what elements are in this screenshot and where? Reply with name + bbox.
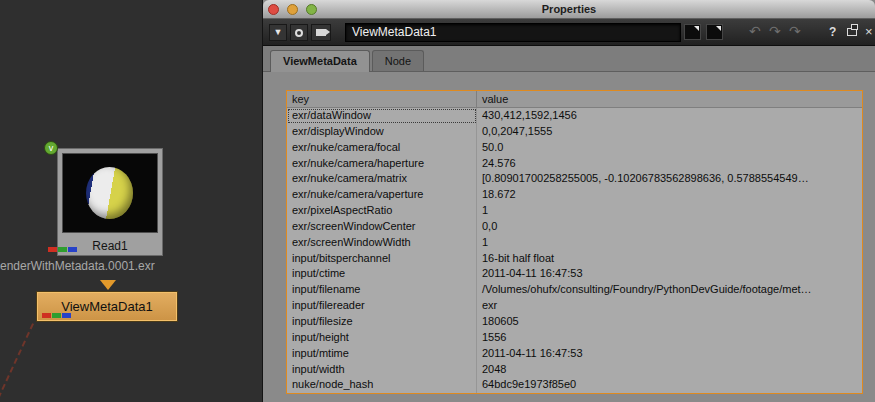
table-row[interactable]: input/height1556 — [287, 330, 862, 346]
table-row[interactable]: exr/nuke/camera/vaperture18.672 — [287, 187, 862, 203]
meta-value-cell[interactable]: [0.80901700258255005, -0.102067835628986… — [477, 171, 862, 187]
meta-key-cell[interactable]: exr/nuke/camera/vaperture — [287, 187, 477, 203]
meta-key-cell[interactable]: input/mtime — [287, 346, 477, 362]
node-name-field[interactable]: ViewMetaData1 — [345, 23, 681, 42]
meta-value-cell[interactable]: exr — [477, 298, 862, 314]
tab-bar: ViewMetaData Node — [263, 46, 875, 72]
close-panel-button[interactable]: × — [865, 24, 873, 39]
swatch-corner-icon — [716, 26, 721, 31]
table-row[interactable]: exr/nuke/camera/focal50.0 — [287, 140, 862, 156]
table-row[interactable]: exr/nuke/camera/haperture24.576 — [287, 156, 862, 172]
viewmetadata-node-channel-strip — [42, 313, 71, 318]
meta-value-cell[interactable]: 64bdc9e1973f85e0 — [477, 377, 862, 393]
window-titlebar[interactable]: Properties — [263, 0, 875, 19]
table-row[interactable]: input/bitsperchannel16-bit half float — [287, 251, 862, 267]
meta-key-cell[interactable]: input/height — [287, 330, 477, 346]
close-window-button[interactable] — [268, 4, 279, 15]
panel-content: key value exr/dataWindow430,412,1592,145… — [263, 72, 875, 402]
redo-icon[interactable]: ↷ — [769, 23, 781, 39]
table-header-row: key value — [287, 91, 862, 108]
meta-value-cell[interactable]: 0,0,2047,1555 — [477, 124, 862, 140]
meta-value-cell[interactable]: /Volumes/ohufx/consulting/Foundry/Python… — [477, 282, 862, 298]
meta-key-cell[interactable]: nuke/node_hash — [287, 377, 477, 393]
meta-key-cell[interactable]: exr/nuke/camera/haperture — [287, 156, 477, 172]
node-graph[interactable]: Read1 v enderWithMetadata.0001.exr ViewM… — [0, 0, 263, 402]
meta-key-cell[interactable]: input/filename — [287, 282, 477, 298]
table-row[interactable]: input/mtime2011-04-11 16:47:53 — [287, 346, 862, 362]
zoom-window-button[interactable] — [306, 4, 317, 15]
meta-value-cell[interactable]: 1556 — [477, 330, 862, 346]
float-panel-icon[interactable] — [847, 28, 857, 36]
metadata-table-body: exr/dataWindow430,412,1592,1456exr/displ… — [287, 108, 862, 393]
meta-key-cell[interactable]: exr/screenWindowCenter — [287, 219, 477, 235]
green-channel-icon — [58, 247, 67, 252]
meta-key-cell[interactable]: input/filesize — [287, 314, 477, 330]
tab-viewmetadata[interactable]: ViewMetaData — [270, 50, 370, 72]
table-row[interactable]: exr/screenWindowCenter0,0 — [287, 219, 862, 235]
meta-value-cell[interactable]: 180605 — [477, 314, 862, 330]
meta-key-cell[interactable]: input/width — [287, 362, 477, 378]
table-row[interactable]: input/ctime2011-04-11 16:47:53 — [287, 266, 862, 282]
metadata-table: key value exr/dataWindow430,412,1592,145… — [286, 90, 863, 394]
red-channel-icon — [48, 247, 57, 252]
meta-value-cell[interactable]: 1 — [477, 235, 862, 251]
table-row[interactable]: input/width2048 — [287, 362, 862, 378]
traffic-lights — [268, 4, 317, 15]
read-node-thumbnail — [62, 153, 158, 233]
table-row[interactable]: exr/pixelAspectRatio1 — [287, 203, 862, 219]
minimize-window-button[interactable] — [287, 4, 298, 15]
node-color-swatch[interactable] — [684, 24, 701, 40]
help-button[interactable]: ? — [829, 25, 836, 39]
meta-key-cell[interactable]: exr/nuke/camera/matrix — [287, 171, 477, 187]
undo-icon[interactable]: ↶ — [749, 23, 761, 39]
properties-window: Properties ▼ ViewMetaData1 ↶ ↷ ↷ ? — [262, 0, 875, 402]
panel-menu-button[interactable]: ▼ — [269, 24, 287, 41]
meta-value-cell[interactable]: 50.0 — [477, 140, 862, 156]
blue-channel-icon — [68, 247, 77, 252]
table-row[interactable]: exr/nuke/camera/matrix[0.809017002582550… — [287, 171, 862, 187]
table-row[interactable]: input/filereaderexr — [287, 298, 862, 314]
column-header-key[interactable]: key — [287, 91, 477, 107]
meta-key-cell[interactable]: input/bitsperchannel — [287, 251, 477, 267]
panel-header: ▼ ViewMetaData1 ↶ ↷ ↷ ? × — [263, 19, 875, 46]
meta-value-cell[interactable]: 2048 — [477, 362, 862, 378]
thumbnail-ball-image — [86, 167, 133, 219]
meta-key-cell[interactable]: exr/nuke/camera/focal — [287, 140, 477, 156]
dashed-connection-line — [0, 323, 34, 402]
nuke-app: Read1 v enderWithMetadata.0001.exr ViewM… — [0, 0, 875, 402]
green-channel-icon — [52, 313, 61, 318]
meta-value-cell[interactable]: 0,0 — [477, 219, 862, 235]
center-node-button[interactable] — [311, 24, 331, 41]
meta-value-cell[interactable]: 16-bit half float — [477, 251, 862, 267]
meta-value-cell[interactable]: 18.672 — [477, 187, 862, 203]
meta-value-cell[interactable]: 430,412,1592,1456 — [477, 108, 862, 124]
table-row[interactable]: input/filesize180605 — [287, 314, 862, 330]
meta-key-cell[interactable]: exr/pixelAspectRatio — [287, 203, 477, 219]
meta-value-cell[interactable]: 1 — [477, 203, 862, 219]
tab-node[interactable]: Node — [372, 50, 424, 71]
meta-value-cell[interactable]: 2011-04-11 16:47:53 — [477, 266, 862, 282]
table-row[interactable]: exr/dataWindow430,412,1592,1456 — [287, 108, 862, 124]
node-indicator-button[interactable] — [290, 24, 308, 41]
viewmetadata-node-label: ViewMetaData1 — [61, 299, 153, 314]
camera-icon — [316, 29, 326, 36]
swatch-corner-icon — [694, 26, 699, 31]
read-node-channel-strip — [48, 247, 77, 252]
column-header-value[interactable]: value — [477, 91, 862, 107]
table-row[interactable]: exr/screenWindowWidth1 — [287, 235, 862, 251]
table-row[interactable]: exr/displayWindow0,0,2047,1555 — [287, 124, 862, 140]
float-panel-inner-icon — [851, 24, 858, 30]
table-row[interactable]: nuke/node_hash64bdc9e1973f85e0 — [287, 377, 862, 393]
read-node[interactable]: Read1 — [57, 148, 163, 256]
table-row[interactable]: input/filename/Volumes/ohufx/consulting/… — [287, 282, 862, 298]
meta-key-cell[interactable]: exr/displayWindow — [287, 124, 477, 140]
pipe-arrow[interactable] — [100, 280, 116, 290]
gl-color-swatch[interactable] — [706, 24, 723, 40]
meta-key-cell[interactable]: exr/dataWindow — [287, 108, 477, 124]
meta-key-cell[interactable]: input/filereader — [287, 298, 477, 314]
meta-value-cell[interactable]: 24.576 — [477, 156, 862, 172]
meta-value-cell[interactable]: 2011-04-11 16:47:53 — [477, 346, 862, 362]
meta-key-cell[interactable]: exr/screenWindowWidth — [287, 235, 477, 251]
meta-key-cell[interactable]: input/ctime — [287, 266, 477, 282]
revert-icon[interactable]: ↷ — [789, 23, 801, 39]
